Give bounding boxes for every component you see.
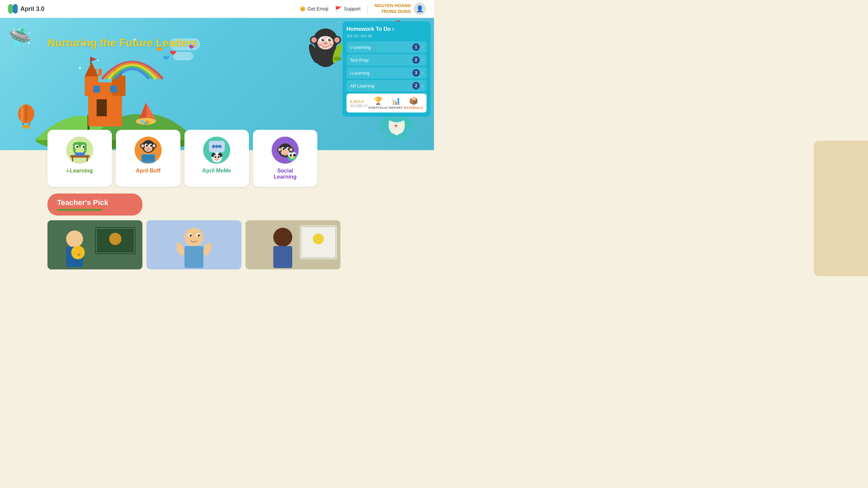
svg-point-142 (273, 228, 292, 247)
teachers-section: Teacher's Pick 🏆 (0, 187, 434, 273)
svg-point-6 (25, 104, 27, 123)
balloon-left (17, 103, 36, 130)
svg-rect-0 (8, 4, 13, 14)
ilearning-card-label: i-Learning (66, 168, 93, 174)
aprilbuff-icon-wrap (135, 137, 162, 164)
svg-point-41 (326, 43, 327, 44)
svg-point-95 (215, 145, 218, 148)
hw-divider-1 (368, 96, 368, 110)
sociallearning-icon-wrap: ♥ (272, 137, 299, 164)
logo-area[interactable]: April 3.0 (8, 4, 44, 14)
homework-date: JUL 01~JUL 05 (347, 34, 427, 38)
emoji-label: Get Emoji (308, 6, 328, 12)
homework-row-ilearning[interactable]: i-Learning 3 › (347, 67, 427, 79)
portfolio-icon: 🏆 (374, 97, 383, 105)
portfolio-button[interactable]: 🏆 PORTFOLIO (369, 97, 388, 109)
svg-rect-20 (110, 86, 117, 93)
svg-point-112 (289, 148, 292, 151)
sociallearning-card-label: SocialLearning (274, 168, 297, 180)
svg-point-133 (184, 228, 203, 247)
svg-rect-5 (23, 125, 30, 128)
emoji-button[interactable]: 😊 Get Emoji (300, 6, 328, 12)
materials-icon: 📦 (409, 97, 418, 105)
ilearning-icon-wrap (66, 137, 93, 164)
lp-section: 8,952LP 410,000 LP (350, 98, 368, 108)
logo-icon (8, 4, 18, 14)
avatar: 👤 (414, 3, 426, 15)
svg-point-43 (311, 37, 317, 43)
teachers-pick-title: Teacher's Pick (57, 198, 133, 207)
svg-point-86 (146, 144, 148, 146)
svg-point-72 (76, 146, 78, 148)
svg-rect-134 (184, 246, 203, 268)
svg-text:♥: ♥ (394, 123, 398, 129)
homework-row-testprep[interactable]: Test Prep 2 › (347, 54, 427, 66)
teacher-thumb-3[interactable] (245, 220, 340, 269)
rainbow (98, 45, 166, 82)
card-sociallearning[interactable]: ♥ SocialLearning (253, 130, 317, 187)
header-right: 😊 Get Emoji 🚩 Support NGUYEN HOANG TRUNG… (300, 3, 426, 15)
svg-text:🏆: 🏆 (76, 249, 82, 256)
card-aprilbuff[interactable]: April Buff (116, 130, 180, 187)
svg-point-50 (329, 43, 333, 46)
svg-point-122 (290, 156, 294, 159)
teacher-thumb-1[interactable]: 🏆 (47, 220, 142, 269)
thumb-3-content (245, 220, 340, 269)
report-icon: 📊 (391, 97, 400, 105)
portfolio-label: PORTFOLIO (369, 106, 388, 109)
lp-main: 8,952LP (350, 98, 368, 104)
homework-row-clearning[interactable]: c-Learning 1 › (347, 41, 427, 53)
cards-section: i-Learning April Buff (0, 130, 434, 187)
card-aprilmeme[interactable]: April MeMe (184, 130, 249, 187)
user-info[interactable]: NGUYEN HOANG TRUNG DUNG 👤 (374, 3, 426, 15)
svg-rect-91 (142, 155, 155, 161)
svg-point-37 (323, 39, 324, 40)
svg-marker-23 (91, 57, 97, 61)
svg-point-45 (334, 37, 340, 43)
svg-point-125 (66, 230, 83, 247)
svg-point-40 (324, 43, 325, 44)
svg-point-146 (313, 233, 324, 244)
testprep-label: Test Prep (350, 58, 369, 63)
thumb-1-content: 🏆 (47, 220, 142, 269)
svg-rect-19 (93, 86, 100, 93)
svg-point-74 (82, 146, 84, 148)
header-divider (367, 5, 368, 13)
ilearning-label: i-Learning (350, 70, 370, 76)
arlearning-label: AR Learning (350, 83, 374, 88)
emoji-icon: 😊 (300, 6, 305, 12)
homework-row-arlearning[interactable]: AR Learning 2 › (347, 80, 427, 92)
svg-point-129 (109, 233, 121, 245)
user-name: NGUYEN HOANG TRUNG DUNG (374, 3, 411, 15)
testprep-arrow: › (422, 58, 423, 62)
teachers-pick-header: Teacher's Pick (47, 194, 142, 216)
materials-button[interactable]: 📦 MATERIALS (404, 97, 423, 109)
teacher-thumb-2[interactable] (146, 220, 241, 269)
svg-point-83 (141, 144, 144, 147)
hero-title: Nurturing the Future Leaders (47, 37, 198, 49)
homework-bottom: 8,952LP 410,000 LP 🏆 PORTFOLIO 📊 REPORT … (347, 94, 427, 113)
boat (129, 99, 163, 126)
lp-sub: 410,000 LP (350, 104, 368, 108)
svg-rect-76 (72, 157, 73, 162)
svg-point-105 (214, 158, 219, 161)
card-ilearning[interactable]: i-Learning (47, 130, 112, 187)
svg-text:♥: ♥ (277, 157, 280, 162)
thumb-2-content (146, 220, 241, 269)
clearning-label: c-Learning (350, 45, 371, 50)
svg-point-94 (212, 145, 215, 148)
ilearning-arrow: › (422, 70, 423, 75)
report-button[interactable]: 📊 REPORT (389, 97, 403, 109)
support-icon: 🚩 (335, 6, 342, 12)
svg-point-7 (21, 104, 23, 123)
clearning-badge: 1 (412, 43, 420, 51)
hero-title-prefix: Nurturing (47, 37, 100, 49)
svg-rect-18 (97, 99, 107, 116)
hw-divider-3 (403, 96, 403, 110)
support-button[interactable]: 🚩 Support (335, 6, 360, 12)
svg-rect-78 (75, 152, 84, 156)
logo-text: April 3.0 (20, 5, 44, 13)
arlearning-arrow: › (422, 83, 423, 88)
svg-point-28 (141, 120, 144, 123)
aprilbuff-card-label: April Buff (136, 168, 161, 174)
